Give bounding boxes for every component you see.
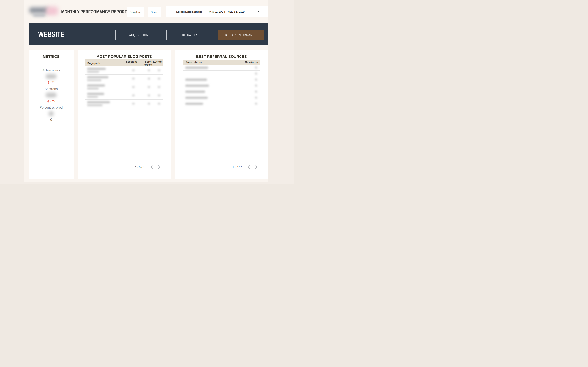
referral-table-body — [183, 65, 260, 107]
redacted-page-path — [85, 68, 125, 73]
prev-page-button[interactable] — [149, 165, 154, 169]
table-header-row: Page referrer Sessions ▾ — [183, 60, 260, 65]
redacted-events — [153, 69, 163, 71]
sort-desc-icon: ▾ — [125, 64, 138, 66]
table-row — [183, 101, 260, 107]
redacted-page-referrer — [183, 85, 239, 87]
next-page-button[interactable] — [254, 165, 259, 169]
metric-label: Active users — [29, 68, 74, 72]
blog-posts-table: Page path Sessions ▾ Scroll Percent Even… — [85, 59, 163, 108]
table-row — [183, 65, 260, 71]
table-row — [85, 100, 163, 108]
column-header-scroll-percent[interactable]: Scroll Percent — [138, 60, 153, 66]
metric-delta-value: 0 — [50, 118, 52, 122]
redacted-sessions — [125, 86, 138, 88]
table-row — [85, 75, 163, 83]
report-page: MONTHLY PERFORMANCE REPORT Download Shar… — [0, 0, 294, 184]
redacted-page-referrer — [183, 91, 239, 93]
redacted-sessions — [125, 69, 138, 71]
metric-label: Percent scrolled — [29, 106, 74, 109]
redacted-page-path — [85, 101, 125, 106]
redacted-scroll-percent — [138, 94, 153, 97]
table-row — [183, 89, 260, 95]
table-row — [85, 66, 163, 75]
metric-delta-value: -75 — [50, 99, 55, 103]
column-header-page-referrer[interactable]: Page referrer — [183, 61, 239, 64]
date-range-control[interactable]: Select Date Range: May 1, 2024 - May 31,… — [166, 6, 268, 17]
column-header-page-path[interactable]: Page path — [85, 62, 125, 65]
redacted-sessions — [239, 97, 260, 99]
dropdown-caret-icon: ▾ — [258, 10, 259, 13]
referral-sources-title: BEST REFERRAL SOURCES — [175, 54, 268, 59]
column-header-sessions[interactable]: Sessions ▾ — [239, 61, 260, 64]
prev-page-button[interactable] — [247, 165, 252, 169]
metric-delta-value: -71 — [50, 81, 55, 84]
redacted-page-path — [85, 93, 125, 98]
redacted-page-referrer — [183, 79, 239, 81]
column-header-events[interactable]: Events — [153, 60, 163, 63]
tab-acquisition[interactable]: ACQUISITION — [115, 30, 162, 40]
website-section-band: WEBSITE ACQUISITION BEHAVIOR BLOG PERFOR… — [29, 23, 268, 45]
redacted-value — [46, 74, 57, 79]
redacted-events — [153, 102, 163, 105]
redacted-page-path — [85, 76, 125, 81]
redacted-sessions — [239, 72, 260, 75]
redacted-page-path — [85, 84, 125, 90]
download-button[interactable]: Download — [127, 7, 144, 17]
redacted-page-referrer — [183, 67, 239, 69]
company-logo — [28, 5, 59, 19]
table-row — [183, 77, 260, 83]
metrics-card: METRICS Active users -71 Sessions — [29, 50, 74, 179]
referral-table: Page referrer Sessions ▾ — [183, 60, 260, 107]
table-header-row: Page path Sessions ▾ Scroll Percent Even… — [85, 59, 163, 66]
redacted-events — [153, 86, 163, 88]
blog-pagination: 1 - 5 / 5 — [135, 165, 162, 169]
redacted-sessions — [125, 77, 138, 80]
metric-percent-scrolled: Percent scrolled 0 — [29, 106, 74, 122]
metrics-title: METRICS — [29, 54, 74, 59]
chevron-right-icon — [255, 165, 258, 169]
blog-posts-card: MOST POPULAR BLOG POSTS Page path Sessio… — [78, 50, 171, 179]
chevron-right-icon — [157, 165, 160, 169]
redacted-page-referrer — [183, 103, 239, 105]
redacted-logo-subtext — [33, 14, 46, 17]
referral-pagination: 1 - 7 / 7 — [233, 165, 259, 169]
redacted-events — [153, 94, 163, 97]
metric-active-users: Active users -71 — [29, 68, 74, 84]
tab-behavior[interactable]: BEHAVIOR — [166, 30, 213, 40]
tab-blog-performance[interactable]: BLOG PERFORMANCE — [217, 30, 264, 40]
referral-sources-card: BEST REFERRAL SOURCES Page referrer Sess… — [175, 50, 268, 179]
table-row — [85, 91, 163, 100]
redacted-value — [46, 93, 57, 98]
redacted-scroll-percent — [138, 69, 153, 71]
chevron-left-icon — [248, 165, 251, 169]
redacted-scroll-percent — [138, 77, 153, 80]
redacted-logo-text — [29, 7, 49, 13]
redacted-events — [153, 77, 163, 80]
redacted-sessions — [125, 102, 138, 105]
redacted-scroll-percent — [138, 86, 153, 88]
redacted-logo-mark — [46, 7, 58, 15]
blog-posts-title: MOST POPULAR BLOG POSTS — [78, 54, 171, 59]
redacted-sessions — [125, 94, 138, 97]
arrow-down-icon — [47, 100, 49, 102]
chevron-left-icon — [150, 165, 153, 169]
sort-desc-icon: ▾ — [257, 61, 258, 63]
redacted-page-referrer — [183, 97, 239, 99]
table-row — [183, 71, 260, 77]
redacted-sessions — [239, 84, 260, 87]
date-range-label: Select Date Range: — [176, 10, 202, 13]
redacted-sessions — [239, 78, 260, 81]
share-button[interactable]: Share — [147, 7, 161, 17]
table-row — [183, 83, 260, 89]
redacted-sessions — [239, 91, 260, 93]
next-page-button[interactable] — [156, 165, 162, 169]
metric-delta: 0 — [29, 118, 74, 122]
column-header-sessions[interactable]: Sessions ▾ — [125, 60, 138, 66]
redacted-scroll-percent — [138, 102, 153, 105]
redacted-value — [48, 111, 54, 116]
pagination-range: 1 - 5 / 5 — [135, 166, 145, 168]
section-title: WEBSITE — [38, 30, 72, 38]
date-range-value: May 1, 2024 - May 31, 2024 — [209, 10, 245, 13]
table-row — [183, 95, 260, 101]
